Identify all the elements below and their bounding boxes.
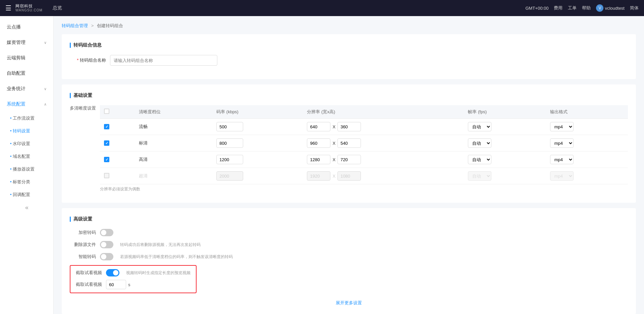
width-input-2[interactable]: [307, 155, 330, 164]
col-fps: 帧率 (fps): [464, 105, 546, 119]
expand-more-link[interactable]: 展开更多设置: [70, 300, 628, 306]
col-resolution: 分辨率 (宽x高): [303, 105, 464, 119]
row-name-0: 流畅: [135, 119, 212, 135]
advanced-settings-card: 高级设置 加密转码 删除源文件 转码成功后将删除源视频，无法再次发起转码: [62, 208, 636, 314]
orders-link[interactable]: 工单: [568, 5, 577, 11]
preview-video-hint: 视频转码时生成指定长度的预览视频: [126, 270, 191, 276]
delete-source-row: 删除源文件 转码成功后将删除源视频，无法再次发起转码: [70, 241, 628, 248]
main-content: 转码组合管理 > 创建转码组合 转码组合信息 转码组合名称 基础设置 多清晰度设…: [54, 16, 644, 314]
select-all-checkbox[interactable]: [104, 109, 109, 114]
resolution-x-sep-2: X: [332, 157, 335, 162]
logo-cn: 网宿科技: [15, 4, 43, 8]
sidebar-item-vod[interactable]: 云点播: [0, 19, 53, 35]
nav-overview[interactable]: 总览: [49, 5, 65, 11]
chevron-down-icon: ∨: [44, 87, 47, 91]
col-checkbox: [100, 105, 135, 119]
resolution-x-sep-0: X: [332, 124, 335, 129]
col-format: 输出格式: [546, 105, 628, 119]
fps-select-0[interactable]: 自动1524253060: [468, 122, 491, 131]
sidebar-sub-tags[interactable]: 标签分类: [0, 176, 53, 188]
preview-video-label2: 截取试看视频: [76, 281, 106, 288]
bitrate-input-1[interactable]: [216, 138, 243, 148]
sidebar-item-sysconfig[interactable]: 系统配置 ∧: [0, 97, 53, 112]
resolution-x-sep-3: X: [332, 174, 335, 179]
breadcrumb-separator: >: [91, 23, 94, 28]
row-checkbox-2[interactable]: [104, 157, 109, 162]
sidebar-collapse-button[interactable]: «: [0, 201, 54, 214]
sidebar-item-media[interactable]: 媒资管理 ∨: [0, 35, 53, 50]
smart-transcode-label: 智能转码: [70, 254, 100, 260]
delete-source-label: 删除源文件: [70, 242, 100, 248]
height-input-0[interactable]: [337, 122, 361, 131]
combo-name-row: 转码组合名称: [70, 55, 628, 66]
sidebar-sub-workflow[interactable]: 工作流设置: [0, 112, 53, 125]
hamburger-icon[interactable]: ☰: [5, 4, 11, 12]
sidebar-sub-watermark[interactable]: 水印设置: [0, 137, 53, 150]
simplify-link[interactable]: 简体: [630, 5, 639, 11]
height-input-2[interactable]: [337, 155, 361, 164]
smart-transcode-row: 智能转码 若源视频码率低于清晰度档位的码率，则不触发该清晰度的转码: [70, 253, 628, 260]
width-input-1[interactable]: [307, 138, 330, 148]
height-input-1[interactable]: [337, 138, 361, 148]
right-nav: GMT+00:00 费用 工单 帮助 V vcloudtest 简体: [525, 4, 639, 12]
combo-info-title: 转码组合信息: [70, 42, 628, 48]
col-clarity: 清晰度档位: [135, 105, 212, 119]
bitrate-input-2[interactable]: [216, 155, 243, 164]
advanced-settings-title: 高级设置: [70, 216, 628, 222]
fps-select-1[interactable]: 自动1524253060: [468, 138, 491, 148]
bitrate-input-0[interactable]: [216, 122, 243, 131]
row-name-1: 标清: [135, 135, 212, 151]
preview-duration-input[interactable]: [106, 280, 126, 289]
width-input-0[interactable]: [307, 122, 330, 131]
chevron-up-icon: ∧: [44, 102, 47, 107]
combo-name-label: 转码组合名称: [70, 57, 110, 63]
col-bitrate: 码率 (kbps): [212, 105, 303, 119]
sidebar-sub-player[interactable]: 播放器设置: [0, 163, 53, 176]
user-info[interactable]: V vcloudtest: [596, 4, 625, 12]
logo: 网宿科技 WANGSU.COM: [15, 4, 43, 12]
format-select-3: mp4tsflv: [550, 171, 574, 181]
sidebar-item-cloudclip[interactable]: 云端剪辑: [0, 50, 53, 66]
resolution-hint: 分辨率必须设置为偶数: [100, 186, 628, 192]
delete-source-toggle[interactable]: [100, 241, 113, 248]
sidebar-item-selfconfig[interactable]: 自助配置: [0, 66, 53, 81]
breadcrumb-parent[interactable]: 转码组合管理: [62, 23, 88, 28]
preview-unit: s: [128, 282, 130, 287]
row-checkbox-1[interactable]: [104, 140, 109, 146]
basic-settings-title: 基础设置: [70, 92, 628, 99]
clarity-table: 清晰度档位 码率 (kbps) 分辨率 (宽x高) 帧率 (fps) 输出格式 …: [100, 105, 628, 184]
sidebar-sub-transcode[interactable]: 转码设置: [0, 125, 53, 137]
billing-link[interactable]: 费用: [554, 5, 562, 11]
sidebar-sub-callback[interactable]: 回调配置: [0, 188, 53, 201]
multi-clarity-label: 多清晰度设置: [70, 105, 100, 111]
row-name-2: 高清: [135, 151, 212, 168]
logo-en: WANGSU.COM: [15, 8, 43, 12]
fps-select-2[interactable]: 自动1524253060: [468, 155, 491, 164]
preview-video-toggle[interactable]: [106, 269, 119, 276]
resolution-x-sep-1: X: [332, 141, 335, 146]
sidebar: 云点播 媒资管理 ∨ 云端剪辑 自助配置 业务统计 ∨ 系统配置 ∧ 工作流设置…: [0, 16, 54, 314]
row-name-3: 超清: [135, 168, 212, 184]
user-avatar: V: [596, 4, 603, 12]
sidebar-sub-domain[interactable]: 域名配置: [0, 150, 53, 163]
username: vcloudtest: [605, 6, 625, 11]
preview-video-input-row: 截取试看视频 s: [76, 280, 191, 289]
combo-name-input[interactable]: [110, 55, 217, 66]
help-link[interactable]: 帮助: [582, 5, 591, 11]
encrypt-toggle[interactable]: [100, 229, 113, 236]
format-select-0[interactable]: mp4tsflv: [550, 122, 574, 131]
combo-info-card: 转码组合信息 转码组合名称: [62, 34, 636, 79]
row-checkbox-0[interactable]: [104, 124, 109, 129]
breadcrumb-current: 创建转码组合: [97, 23, 123, 28]
sidebar-item-bizstats[interactable]: 业务统计 ∨: [0, 81, 53, 97]
format-select-1[interactable]: mp4tsflv: [550, 138, 574, 148]
smart-transcode-toggle[interactable]: [100, 253, 113, 260]
encrypt-label: 加密转码: [70, 230, 100, 236]
format-select-2[interactable]: mp4tsflv: [550, 155, 574, 164]
preview-video-toggle-row: 截取试看视频 视频转码时生成指定长度的预览视频: [76, 269, 191, 276]
breadcrumb: 转码组合管理 > 创建转码组合: [62, 23, 636, 29]
preview-video-label1: 截取试看视频: [76, 270, 106, 276]
timezone: GMT+00:00: [525, 6, 548, 11]
chevron-down-icon: ∨: [44, 41, 47, 45]
height-input-3: [337, 171, 361, 181]
